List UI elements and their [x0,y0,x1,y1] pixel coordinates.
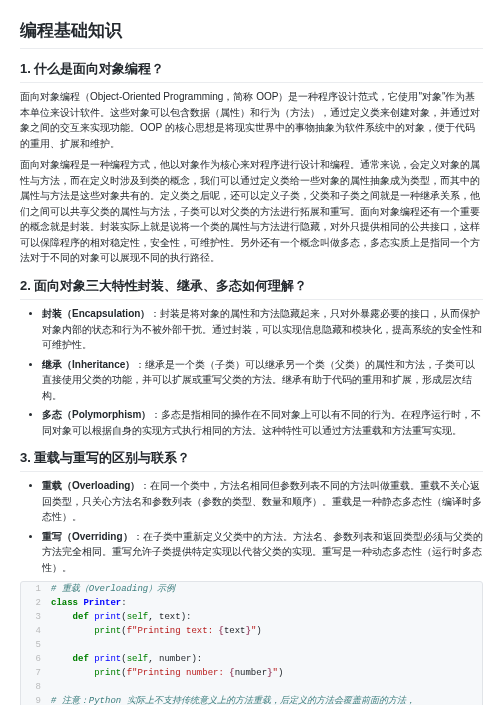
section-2-heading: 2. 面向对象三大特性封装、继承、多态如何理解？ [20,276,483,300]
section-1-heading: 1. 什么是面向对象编程？ [20,59,483,83]
line-number: 4 [21,624,47,638]
line-number: 9 [21,694,47,705]
item-term: 重写（Overriding） [42,531,133,542]
section-3-heading: 3. 重载与重写的区别与联系？ [20,448,483,472]
section-1-para-2: 面向对象编程是一种编程方式，他以对象作为核心来对程序进行设计和编程。通常来说，会… [20,157,483,266]
line-number: 1 [21,582,47,596]
item-term: 多态（Polymorphism） [42,409,151,420]
line-number: 7 [21,666,47,680]
list-item: 重写（Overriding）：在子类中重新定义父类中的方法。方法名、参数列表和返… [42,529,483,576]
line-number: 2 [21,596,47,610]
section-2-list: 封装（Encapsulation）：封装是将对象的属性和方法隐藏起来，只对外暴露… [20,306,483,438]
line-number: 8 [21,680,47,694]
item-term: 封装（Encapsulation） [42,308,150,319]
item-term: 继承（Inheritance） [42,359,135,370]
line-number: 6 [21,652,47,666]
code-comment: # 重载（Overloading）示例 [51,584,175,594]
list-item: 重载（Overloading）：在同一个类中，方法名相同但参数列表不同的方法叫做… [42,478,483,525]
list-item: 多态（Polymorphism）：多态是指相同的操作在不同对象上可以有不同的行为… [42,407,483,438]
list-item: 封装（Encapsulation）：封装是将对象的属性和方法隐藏起来，只对外暴露… [42,306,483,353]
code-block: 1# 重载（Overloading）示例 2class Printer: 3 d… [20,581,483,705]
section-3-list: 重载（Overloading）：在同一个类中，方法名相同但参数列表不同的方法叫做… [20,478,483,575]
list-item: 继承（Inheritance）：继承是一个类（子类）可以继承另一个类（父类）的属… [42,357,483,404]
line-number: 5 [21,638,47,652]
section-1-para-1: 面向对象编程（Object-Oriented Programming，简称 OO… [20,89,483,151]
item-term: 重载（Overloading） [42,480,140,491]
page-title: 编程基础知识 [20,18,483,49]
line-number: 3 [21,610,47,624]
code-comment: # 注意：Python 实际上不支持传统意义上的方法重载，后定义的方法会覆盖前面… [51,696,415,705]
